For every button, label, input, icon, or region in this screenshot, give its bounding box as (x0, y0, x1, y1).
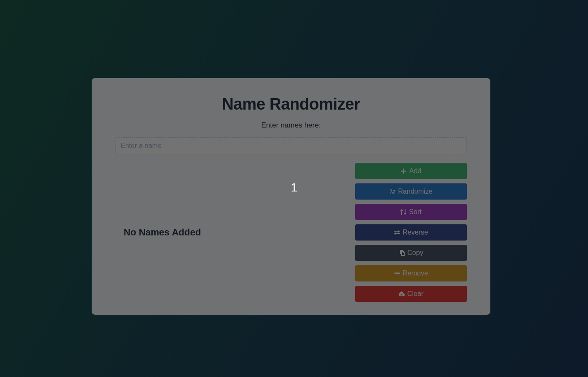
page-title: Name Randomizer (115, 95, 467, 113)
svg-rect-0 (394, 273, 400, 274)
clear-button-label: Clear (407, 290, 423, 298)
copy-button[interactable]: Copy (355, 245, 467, 261)
shuffle-icon (390, 188, 396, 194)
add-button[interactable]: Add (355, 163, 467, 179)
add-button-label: Add (409, 167, 421, 175)
sort-button[interactable]: Sort (355, 204, 467, 220)
plus-icon (401, 168, 407, 174)
name-input[interactable] (115, 137, 467, 154)
loading-number: 1 (291, 181, 298, 194)
randomize-button-label: Randomize (398, 188, 433, 195)
minus-icon (394, 270, 400, 276)
subtitle: Enter names here: (115, 121, 467, 130)
copy-button-label: Copy (407, 249, 423, 257)
buttons-column: Add Randomize Sort Reverse (355, 163, 467, 302)
randomize-button[interactable]: Randomize (355, 183, 467, 200)
remove-button-label: Remove (403, 270, 428, 277)
remove-button[interactable]: Remove (355, 265, 467, 281)
main-card: Name Randomizer Enter names here: No Nam… (92, 78, 490, 315)
clear-button[interactable]: Clear (355, 286, 467, 302)
sort-icon (400, 209, 406, 215)
reverse-button-label: Reverse (403, 229, 428, 236)
reverse-icon (394, 229, 400, 235)
copy-icon (399, 250, 405, 256)
cloud-x-icon (399, 291, 405, 297)
no-names-text: No Names Added (124, 227, 201, 238)
sort-button-label: Sort (409, 208, 421, 216)
reverse-button[interactable]: Reverse (355, 224, 467, 241)
names-list-area: No Names Added (115, 163, 347, 302)
